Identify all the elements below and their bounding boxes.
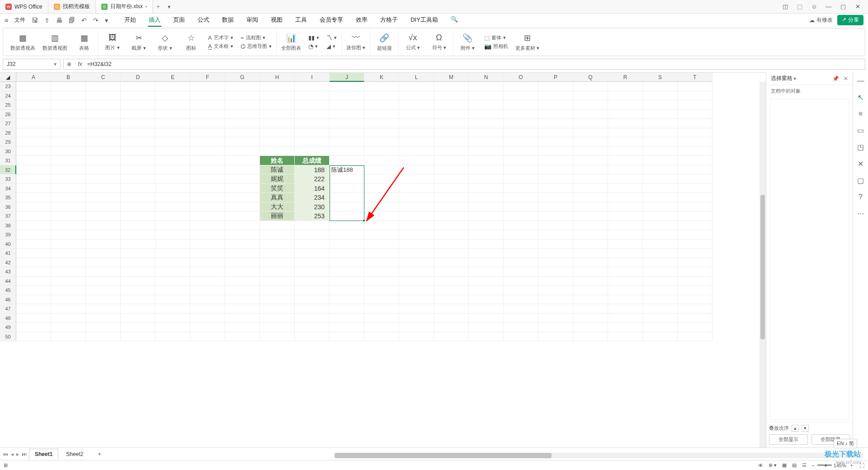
- cell-A44[interactable]: [16, 277, 51, 286]
- cell-R34[interactable]: [608, 184, 643, 193]
- sheet-tab-2[interactable]: Sheet2: [60, 449, 89, 460]
- cell-D49[interactable]: [121, 323, 156, 332]
- redo-icon[interactable]: ↷: [93, 17, 99, 24]
- cell-P39[interactable]: [538, 230, 573, 240]
- cell-M27[interactable]: [434, 119, 469, 128]
- cell-K29[interactable]: [364, 137, 399, 147]
- cell-T40[interactable]: [678, 240, 712, 249]
- cell-T25[interactable]: [678, 100, 712, 110]
- cell-P32[interactable]: [538, 165, 573, 175]
- cell-J48[interactable]: [330, 314, 364, 323]
- cell-O27[interactable]: [504, 119, 538, 128]
- cell-B27[interactable]: [51, 119, 86, 128]
- table-button[interactable]: ▦表格: [75, 29, 94, 55]
- cell-Q28[interactable]: [573, 128, 608, 138]
- cell-P29[interactable]: [538, 137, 573, 147]
- cell-O38[interactable]: [504, 221, 538, 230]
- cell-E32[interactable]: [156, 165, 190, 175]
- cell-B35[interactable]: [51, 193, 86, 202]
- cell-N35[interactable]: [469, 193, 504, 202]
- cell-B39[interactable]: [51, 230, 86, 240]
- cell-O24[interactable]: [504, 91, 538, 101]
- cell-R26[interactable]: [608, 110, 643, 119]
- cell-S44[interactable]: [643, 277, 678, 286]
- column-header-Q[interactable]: Q: [573, 73, 608, 82]
- cell-D50[interactable]: [121, 332, 156, 342]
- cell-O47[interactable]: [504, 304, 538, 314]
- cell-E34[interactable]: [156, 184, 190, 193]
- cell-J31[interactable]: [330, 156, 364, 165]
- row-header-29[interactable]: 29: [0, 137, 16, 147]
- cell-Q27[interactable]: [573, 119, 608, 128]
- cell-I33[interactable]: 222: [295, 174, 330, 184]
- cell-O30[interactable]: [504, 147, 538, 156]
- cell-O26[interactable]: [504, 110, 538, 119]
- cell-N33[interactable]: [469, 174, 504, 184]
- form-control-button[interactable]: ⬚窗体 ▾: [484, 34, 508, 41]
- cell-J23[interactable]: [330, 82, 364, 91]
- row-header-33[interactable]: 33: [0, 174, 16, 184]
- cell-A39[interactable]: [16, 230, 51, 240]
- cell-E35[interactable]: [156, 193, 190, 202]
- fx-icon[interactable]: fx: [75, 61, 85, 67]
- cell-C29[interactable]: [86, 137, 121, 147]
- cell-S46[interactable]: [643, 295, 678, 305]
- more-material-button[interactable]: ⊞更多素材 ▾: [515, 29, 539, 55]
- cell-N31[interactable]: [469, 156, 504, 165]
- cell-G33[interactable]: [225, 174, 260, 184]
- cell-I28[interactable]: [295, 128, 330, 138]
- cell-M34[interactable]: [434, 184, 469, 193]
- save-icon[interactable]: 🖫: [32, 17, 38, 24]
- cell-O43[interactable]: [504, 267, 538, 277]
- cell-E27[interactable]: [156, 119, 190, 128]
- column-header-I[interactable]: I: [295, 73, 330, 82]
- cell-A48[interactable]: [16, 314, 51, 323]
- app-tab-template[interactable]: D 找稻壳模板: [48, 0, 96, 13]
- row-header-41[interactable]: 41: [0, 249, 16, 258]
- cell-O44[interactable]: [504, 277, 538, 286]
- tag-tool-icon[interactable]: ▢: [857, 176, 864, 185]
- cell-T33[interactable]: [678, 174, 712, 184]
- cell-H38[interactable]: [260, 221, 295, 230]
- cell-H35[interactable]: 真真: [260, 193, 295, 202]
- cell-H39[interactable]: [260, 230, 295, 240]
- cell-K42[interactable]: [364, 258, 399, 268]
- cell-P49[interactable]: [538, 323, 573, 332]
- cell-G31[interactable]: [225, 156, 260, 165]
- cell-N37[interactable]: [469, 212, 504, 221]
- style-tool-icon[interactable]: ≡: [859, 110, 863, 118]
- cell-J45[interactable]: [330, 286, 364, 295]
- help-icon[interactable]: ?: [859, 193, 863, 201]
- select-all-corner[interactable]: ◢: [0, 73, 16, 82]
- cell-D32[interactable]: [121, 165, 156, 175]
- cell-L40[interactable]: [399, 240, 434, 249]
- row-header-48[interactable]: 48: [0, 314, 16, 323]
- cell-S36[interactable]: [643, 202, 678, 212]
- cell-M47[interactable]: [434, 304, 469, 314]
- cell-T27[interactable]: [678, 119, 712, 128]
- cell-H31[interactable]: 姓名: [260, 156, 295, 165]
- move-up-button[interactable]: ▴: [792, 425, 799, 432]
- cell-D46[interactable]: [121, 295, 156, 305]
- cell-L49[interactable]: [399, 323, 434, 332]
- cell-A30[interactable]: [16, 147, 51, 156]
- cell-C25[interactable]: [86, 100, 121, 110]
- last-sheet-icon[interactable]: ⏭: [22, 451, 27, 457]
- row-header-26[interactable]: 26: [0, 110, 16, 119]
- chart-tool-icon[interactable]: ◳: [857, 143, 864, 151]
- row-header-50[interactable]: 50: [0, 332, 16, 342]
- cell-E28[interactable]: [156, 128, 190, 138]
- cell-L33[interactable]: [399, 174, 434, 184]
- cell-M32[interactable]: [434, 165, 469, 175]
- cell-O32[interactable]: [504, 165, 538, 175]
- cell-I35[interactable]: 234: [295, 193, 330, 202]
- cell-G47[interactable]: [225, 304, 260, 314]
- cell-D23[interactable]: [121, 82, 156, 91]
- cell-P44[interactable]: [538, 277, 573, 286]
- cell-S39[interactable]: [643, 230, 678, 240]
- pivot-chart-button[interactable]: ▥数据透视图: [42, 29, 67, 55]
- cell-S43[interactable]: [643, 267, 678, 277]
- cell-T29[interactable]: [678, 137, 712, 147]
- cell-B29[interactable]: [51, 137, 86, 147]
- app-tab-wps[interactable]: W WPS Office: [0, 0, 48, 13]
